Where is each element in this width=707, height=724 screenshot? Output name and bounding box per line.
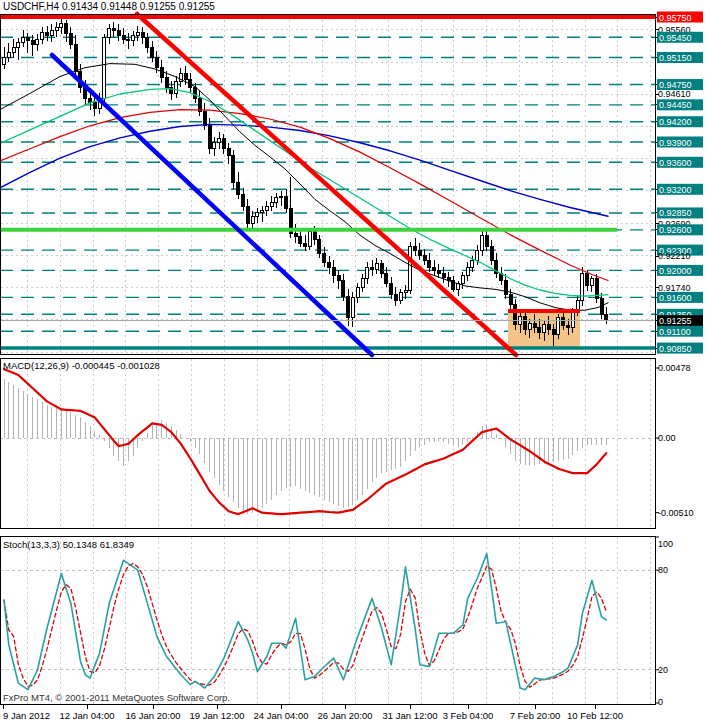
candle — [155, 58, 158, 68]
candle — [366, 267, 369, 278]
candle — [270, 203, 273, 206]
candle — [337, 276, 340, 281]
price-label-0.92000: 0.92000 — [659, 266, 692, 276]
candle — [213, 142, 216, 149]
price-label-0.95750: 0.95750 — [659, 13, 692, 23]
candle — [55, 27, 58, 30]
candle — [509, 294, 512, 304]
candle — [332, 267, 335, 276]
candle — [347, 296, 350, 318]
candle — [69, 34, 72, 44]
candle — [127, 39, 130, 40]
candle — [471, 260, 474, 267]
candle — [485, 235, 488, 246]
candle — [237, 183, 240, 195]
candle — [136, 33, 139, 36]
candle — [399, 292, 402, 301]
candle — [361, 278, 364, 287]
candle — [433, 267, 436, 270]
candle — [457, 284, 460, 289]
candle — [304, 243, 307, 246]
candle — [50, 31, 53, 36]
candle — [308, 231, 311, 247]
time-label: 19 Jan 12:00 — [190, 710, 245, 721]
candle — [46, 33, 49, 36]
candle — [165, 78, 168, 88]
candle — [251, 216, 254, 223]
price-axis: 0.957500.955600.954500.951500.947500.946… — [655, 12, 703, 708]
macd-plot-area[interactable] — [0, 358, 655, 529]
candle — [108, 28, 111, 37]
candle — [93, 103, 96, 108]
price-label-0.91100: 0.91100 — [659, 327, 691, 337]
candle — [328, 262, 331, 267]
candle — [528, 323, 531, 330]
candle — [524, 316, 527, 330]
time-label: 31 Jan 12:00 — [383, 710, 438, 721]
candle — [605, 314, 608, 320]
macd-axis-label--0.00510: -0.00510 — [658, 508, 694, 518]
candle — [428, 260, 431, 267]
candle — [151, 47, 154, 57]
time-label: 16 Jan 20:00 — [126, 710, 181, 721]
mt4-chart-window: 0.957500.955600.954500.951500.947500.946… — [0, 0, 707, 724]
candle — [218, 139, 221, 142]
price-label-0.92210: 0.92210 — [658, 251, 691, 261]
stoch-axis-label-80: 80 — [658, 565, 668, 575]
candle — [571, 311, 574, 328]
candle — [122, 35, 125, 39]
candle — [146, 37, 149, 47]
candle — [285, 196, 288, 208]
candle — [65, 24, 68, 34]
time-label: 12 Jan 04:00 — [60, 710, 115, 721]
stoch-axis-label-100: 100 — [658, 539, 673, 549]
candle — [261, 211, 264, 213]
candle — [409, 247, 412, 291]
candle — [208, 125, 211, 149]
candle — [351, 297, 354, 317]
price-label-0.94610: 0.94610 — [658, 89, 691, 99]
candle — [117, 31, 120, 36]
candle — [175, 81, 178, 93]
candle — [586, 274, 589, 285]
chart-canvas: 0.957500.955600.954500.951500.947500.946… — [0, 0, 707, 724]
candle — [418, 250, 421, 255]
candle — [356, 287, 359, 297]
candle — [437, 270, 440, 273]
candle — [557, 318, 560, 335]
price-label-0.90850: 0.90850 — [659, 344, 692, 354]
candle — [26, 37, 29, 40]
candle — [132, 35, 135, 40]
price-label-0.92600: 0.92600 — [659, 225, 692, 235]
candle — [256, 213, 259, 216]
time-label: 26 Jan 20:00 — [318, 710, 373, 721]
price-label-0.94450: 0.94450 — [659, 100, 692, 110]
candle — [461, 276, 464, 284]
candle — [342, 281, 345, 297]
candle — [543, 324, 546, 332]
price-label-0.95150: 0.95150 — [659, 53, 692, 63]
price-label-0.92850: 0.92850 — [659, 208, 692, 218]
candle — [265, 206, 268, 211]
time-label: 7 Feb 20:00 — [510, 710, 561, 721]
candle — [246, 206, 249, 223]
price-label-0.91740: 0.91740 — [658, 283, 691, 293]
stoch-plot-area[interactable] — [0, 536, 655, 705]
candle — [12, 47, 15, 52]
price-label-0.95450: 0.95450 — [659, 33, 692, 43]
candle — [490, 247, 493, 261]
price-label-0.93600: 0.93600 — [659, 158, 692, 168]
time-label: 3 Feb 04:00 — [443, 710, 494, 721]
price-label-0.91600: 0.91600 — [659, 293, 692, 303]
candle — [481, 235, 484, 250]
candle — [3, 58, 6, 65]
candle — [414, 247, 417, 250]
candle — [112, 28, 115, 30]
candle — [160, 68, 163, 78]
price-label-0.93900: 0.93900 — [659, 138, 692, 148]
candle — [538, 328, 541, 333]
time-label: 10 Feb 12:00 — [567, 710, 623, 721]
candle — [313, 231, 316, 240]
candle — [380, 264, 383, 274]
time-label: 24 Jan 04:00 — [254, 710, 309, 721]
